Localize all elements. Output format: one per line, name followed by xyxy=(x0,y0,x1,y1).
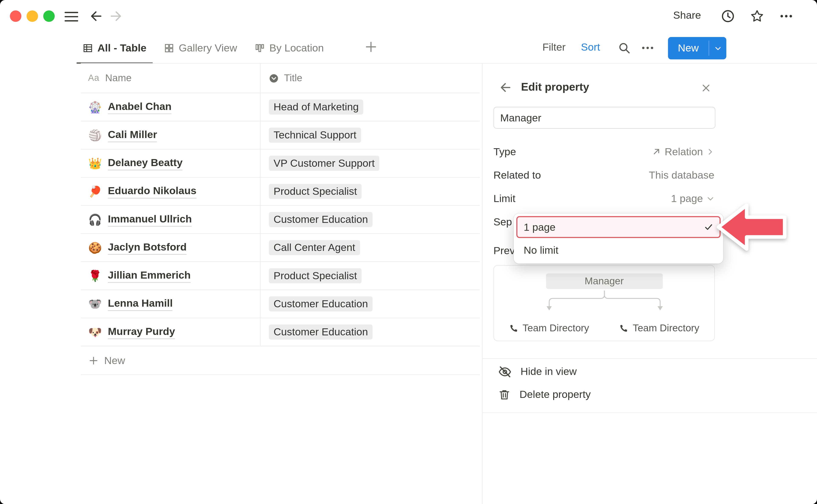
zoom-window-button[interactable] xyxy=(43,10,55,22)
tab-label: By Location xyxy=(269,42,324,54)
title-tag: Technical Support xyxy=(269,128,361,143)
type-value-label: Relation xyxy=(665,145,703,157)
window-more-icon[interactable] xyxy=(779,9,794,23)
name-cell[interactable]: 🏓 Eduardo Nikolaus xyxy=(81,178,261,205)
minimize-window-button[interactable] xyxy=(27,10,38,22)
title-tag: Call Center Agent xyxy=(269,240,360,255)
title-cell[interactable]: Call Center Agent xyxy=(260,234,480,262)
dropdown-option-1-page[interactable]: 1 page xyxy=(516,216,721,238)
property-row-related-to[interactable]: Related to This database xyxy=(494,164,716,187)
title-cell[interactable]: Product Specialist xyxy=(260,178,480,205)
tab-gallery-view[interactable]: Gallery View xyxy=(158,32,243,64)
new-button-group: New xyxy=(668,37,726,59)
panel-close-icon[interactable] xyxy=(700,82,712,94)
name-cell[interactable]: 🍪 Jaclyn Botsford xyxy=(81,234,261,262)
option-label: 1 page xyxy=(524,221,556,233)
chevron-right-icon xyxy=(707,148,714,155)
title-tag: Product Specialist xyxy=(269,268,362,283)
title-cell[interactable]: Customer Education xyxy=(260,318,480,346)
property-label: Related to xyxy=(494,169,541,181)
column-header-label: Title xyxy=(284,72,302,84)
property-value: 1 page xyxy=(671,192,714,204)
hide-in-view-button[interactable]: Hide in view xyxy=(483,360,817,383)
limit-dropdown-menu: 1 page No limit xyxy=(514,214,723,263)
share-button[interactable]: Share xyxy=(673,9,701,21)
name-cell[interactable]: 🌹 Jillian Emmerich xyxy=(81,262,261,290)
column-header-name[interactable]: Aa Name xyxy=(81,64,261,93)
relation-preview-box: Manager Team Directory Tea xyxy=(494,265,715,341)
tab-label: Gallery View xyxy=(179,42,237,54)
page-emoji: 🌹 xyxy=(88,269,102,282)
page-link[interactable]: Anabel Chan xyxy=(108,100,171,114)
sidebar-menu-icon[interactable] xyxy=(64,10,79,24)
add-view-icon[interactable] xyxy=(365,41,377,53)
filter-button[interactable]: Filter xyxy=(542,41,566,53)
back-button[interactable] xyxy=(88,9,103,24)
hide-in-view-label: Hide in view xyxy=(521,366,577,377)
select-property-icon xyxy=(269,73,279,83)
title-cell[interactable]: Head of Marketing xyxy=(260,93,480,121)
table-row[interactable]: 👑 Delaney Beatty VP Customer Support xyxy=(81,149,480,178)
title-cell[interactable]: Customer Education xyxy=(260,206,480,233)
dropdown-option-no-limit[interactable]: No limit xyxy=(516,239,721,261)
page-link[interactable]: Eduardo Nikolaus xyxy=(108,184,196,198)
table-row[interactable]: 🏓 Eduardo Nikolaus Product Specialist xyxy=(81,178,480,206)
table-row[interactable]: 🎧 Immanuel Ullrich Customer Education xyxy=(81,206,480,234)
table-row[interactable]: 🍪 Jaclyn Botsford Call Center Agent xyxy=(81,234,480,262)
panel-section-divider xyxy=(483,358,817,359)
name-cell[interactable]: 🐨 Lenna Hamill xyxy=(81,290,261,318)
title-cell[interactable]: Product Specialist xyxy=(260,262,480,290)
page-link[interactable]: Immanuel Ullrich xyxy=(108,212,192,226)
page-emoji: 🎡 xyxy=(88,101,102,113)
panel-title: Edit property xyxy=(521,81,589,93)
title-cell[interactable]: Customer Education xyxy=(260,290,480,318)
forward-button[interactable] xyxy=(109,9,124,24)
panel-section-divider xyxy=(483,413,817,413)
column-header-title[interactable]: Title xyxy=(260,64,480,93)
page-link[interactable]: Jillian Emmerich xyxy=(108,269,191,283)
favorite-star-icon[interactable] xyxy=(749,8,765,24)
preview-connector-lines xyxy=(494,290,716,314)
table-row[interactable]: 🎡 Anabel Chan Head of Marketing xyxy=(81,93,480,121)
name-cell[interactable]: 🎧 Immanuel Ullrich xyxy=(81,206,261,233)
page-link[interactable]: Murray Purdy xyxy=(108,325,175,339)
database-table: Aa Name Title 🎡 Anabel Chan Head of Mark… xyxy=(81,64,480,375)
close-window-button[interactable] xyxy=(10,10,21,22)
name-cell[interactable]: 🐶 Murray Purdy xyxy=(81,318,261,346)
new-dropdown-button[interactable] xyxy=(709,37,726,59)
page-link[interactable]: Jaclyn Botsford xyxy=(108,241,187,255)
page-emoji: 🐨 xyxy=(88,298,102,310)
delete-property-button[interactable]: Delete property xyxy=(483,383,817,406)
table-row[interactable]: 🐨 Lenna Hamill Customer Education xyxy=(81,290,480,318)
property-row-limit[interactable]: Limit 1 page xyxy=(494,187,716,210)
name-cell[interactable]: 🎡 Anabel Chan xyxy=(81,93,261,121)
search-icon[interactable] xyxy=(617,41,632,55)
notion-window: Share All - Table Gallery View By Locati… xyxy=(0,0,817,504)
page-link[interactable]: Delaney Beatty xyxy=(108,156,182,170)
table-row[interactable]: 🐶 Murray Purdy Customer Education xyxy=(81,318,480,346)
name-cell[interactable]: 🏐 Cali Miller xyxy=(81,121,261,149)
title-tag: Customer Education xyxy=(269,325,373,340)
view-options-more-icon[interactable] xyxy=(640,41,655,55)
title-cell[interactable]: Technical Support xyxy=(260,121,480,149)
preview-child-item: Team Directory xyxy=(494,322,604,334)
new-row-button[interactable]: New xyxy=(81,346,480,375)
page-link[interactable]: Lenna Hamill xyxy=(108,297,173,311)
tab-all-table[interactable]: All - Table xyxy=(77,32,153,64)
table-row[interactable]: 🏐 Cali Miller Technical Support xyxy=(81,121,480,149)
title-cell[interactable]: VP Customer Support xyxy=(260,149,480,177)
window-controls xyxy=(10,10,55,22)
property-row-type[interactable]: Type Relation xyxy=(494,140,716,163)
page-link[interactable]: Cali Miller xyxy=(108,128,157,142)
table-row[interactable]: 🌹 Jillian Emmerich Product Specialist xyxy=(81,262,480,290)
new-button[interactable]: New xyxy=(668,37,709,59)
property-name-input[interactable]: Manager xyxy=(494,107,715,129)
panel-back-icon[interactable] xyxy=(498,81,512,94)
view-tabs: All - Table Gallery View By Location xyxy=(77,32,330,64)
updates-clock-icon[interactable] xyxy=(720,8,736,24)
tab-by-location[interactable]: By Location xyxy=(248,32,330,64)
name-cell[interactable]: 👑 Delaney Beatty xyxy=(81,149,261,177)
page-emoji: 🐶 xyxy=(88,326,102,338)
text-property-icon: Aa xyxy=(88,73,99,83)
sort-button[interactable]: Sort xyxy=(581,41,600,53)
